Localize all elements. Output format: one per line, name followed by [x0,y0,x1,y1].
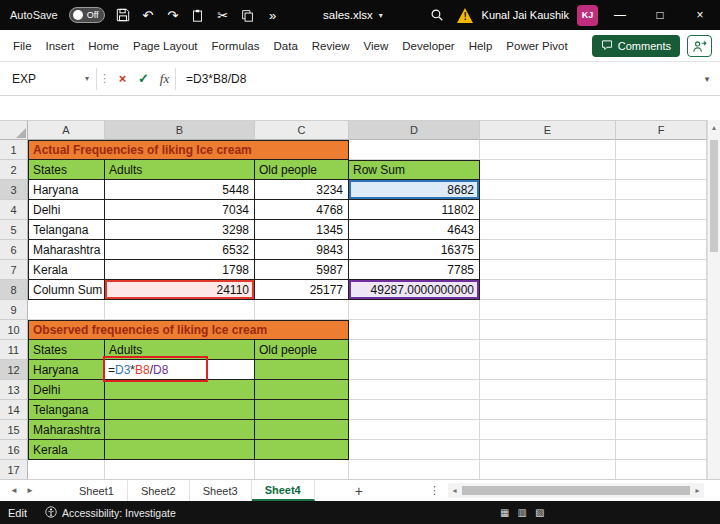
insert-function-icon[interactable]: fx [154,62,175,95]
cell-A3[interactable]: Haryana [28,180,105,200]
cell-A1-title[interactable]: Actual Frequencies of liking Ice cream [28,140,349,160]
enter-icon[interactable]: ✓ [133,62,154,95]
cell-D3-referenced[interactable]: 8682 [349,180,480,200]
cell-E8[interactable] [480,280,616,300]
cell-E4[interactable] [480,200,616,220]
sheet-prev-icon[interactable]: ◄ [6,486,22,495]
cell-E5[interactable] [480,220,616,240]
cell-C11[interactable]: Old people [255,340,349,360]
cell-B16[interactable] [105,440,255,460]
cell-B14[interactable] [105,400,255,420]
cell-D7[interactable]: 7785 [349,260,480,280]
cell-B7[interactable]: 1798 [105,260,255,280]
cell-B5[interactable]: 3298 [105,220,255,240]
row-header-16[interactable]: 16 [0,440,28,460]
cell-D8-referenced[interactable]: 49287.0000000000 [349,280,480,300]
cell-E16[interactable] [480,440,616,460]
cell-A8[interactable]: Column Sum [28,280,105,300]
cell-A9[interactable] [28,300,105,320]
name-box[interactable]: EXP [0,62,78,95]
paste-icon[interactable] [191,0,205,30]
tab-page-layout[interactable]: Page Layout [126,30,205,62]
cell-A15[interactable]: Maharashtra [28,420,105,440]
cell-B17[interactable] [105,460,255,480]
row-header-10[interactable]: 10 [0,320,28,340]
scroll-left-icon[interactable]: ◂ [448,486,461,495]
share-button[interactable] [687,35,712,57]
cell-E12[interactable] [480,360,616,380]
copy-icon[interactable] [241,0,255,30]
cell-C8[interactable]: 25177 [255,280,349,300]
cell-A7[interactable]: Kerala [28,260,105,280]
cell-C6[interactable]: 9843 [255,240,349,260]
cell-D9[interactable] [349,300,480,320]
horizontal-scrollbar[interactable]: ◂ ▸ [448,483,704,498]
cell-E14[interactable] [480,400,616,420]
row-header-17[interactable]: 17 [0,460,28,480]
file-name[interactable]: sales.xlsx ▾ [323,0,383,30]
row-header-12[interactable]: 12 [0,360,28,380]
page-break-view-icon[interactable]: ▧ [535,507,544,518]
tab-power-pivot[interactable]: Power Pivot [499,30,574,62]
column-header-e[interactable]: E [480,121,616,140]
tab-help[interactable]: Help [462,30,500,62]
vertical-scrollbar[interactable]: ▴ [707,120,720,479]
row-header-6[interactable]: 6 [0,240,28,260]
tab-formulas[interactable]: Formulas [205,30,267,62]
row-header-14[interactable]: 14 [0,400,28,420]
cell-F7[interactable] [616,260,707,280]
cell-E3[interactable] [480,180,616,200]
row-header-9[interactable]: 9 [0,300,28,320]
cut-icon[interactable]: ✂ [216,0,230,30]
cell-A13[interactable]: Delhi [28,380,105,400]
cell-A17[interactable] [28,460,105,480]
cell-D6[interactable]: 16375 [349,240,480,260]
warning-icon[interactable]: ! [457,8,474,23]
cancel-icon[interactable]: × [112,62,133,95]
cell-C3[interactable]: 3234 [255,180,349,200]
cell-A14[interactable]: Telangana [28,400,105,420]
minimize-button[interactable]: — [600,0,640,30]
page-layout-view-icon[interactable]: ▥ [517,507,526,518]
column-header-f[interactable]: F [616,121,707,140]
cell-C17[interactable] [255,460,349,480]
cell-F14[interactable] [616,400,707,420]
cell-B9[interactable] [105,300,255,320]
cell-D14[interactable] [349,400,480,420]
cell-B3[interactable]: 5448 [105,180,255,200]
row-header-7[interactable]: 7 [0,260,28,280]
scroll-right-icon[interactable]: ▸ [691,486,704,495]
row-header-13[interactable]: 13 [0,380,28,400]
cell-F5[interactable] [616,220,707,240]
cell-F4[interactable] [616,200,707,220]
row-header-8[interactable]: 8 [0,280,28,300]
cell-E10[interactable] [480,320,616,340]
row-header-15[interactable]: 15 [0,420,28,440]
cell-A11[interactable]: States [28,340,105,360]
cell-E9[interactable] [480,300,616,320]
cell-C12[interactable] [255,360,349,380]
cell-E2[interactable] [480,160,616,180]
cell-B2[interactable]: Adults [105,160,255,180]
cell-D10[interactable] [349,320,480,340]
cell-F16[interactable] [616,440,707,460]
sheet-tab-sheet3[interactable]: Sheet3 [190,480,252,501]
accessibility-status[interactable]: Accessibility: Investigate [45,506,176,520]
row-header-3[interactable]: 3 [0,180,28,200]
tab-view[interactable]: View [357,30,396,62]
formula-bar-expand-icon[interactable]: ▾ [694,74,720,84]
column-header-b[interactable]: B [105,121,255,140]
cell-D4[interactable]: 11802 [349,200,480,220]
cell-E6[interactable] [480,240,616,260]
avatar[interactable]: KJ [577,5,598,26]
tab-data[interactable]: Data [267,30,305,62]
cell-B12-formula[interactable]: = D3 * B8 / D8 [105,360,255,380]
vertical-scroll-thumb[interactable] [710,140,718,252]
cell-C16[interactable] [255,440,349,460]
cell-D16[interactable] [349,440,480,460]
cell-D5[interactable]: 4643 [349,220,480,240]
cell-F10[interactable] [616,320,707,340]
name-box-dropdown-icon[interactable]: ▾ [78,74,96,83]
column-header-c[interactable]: C [255,121,349,140]
cell-C15[interactable] [255,420,349,440]
